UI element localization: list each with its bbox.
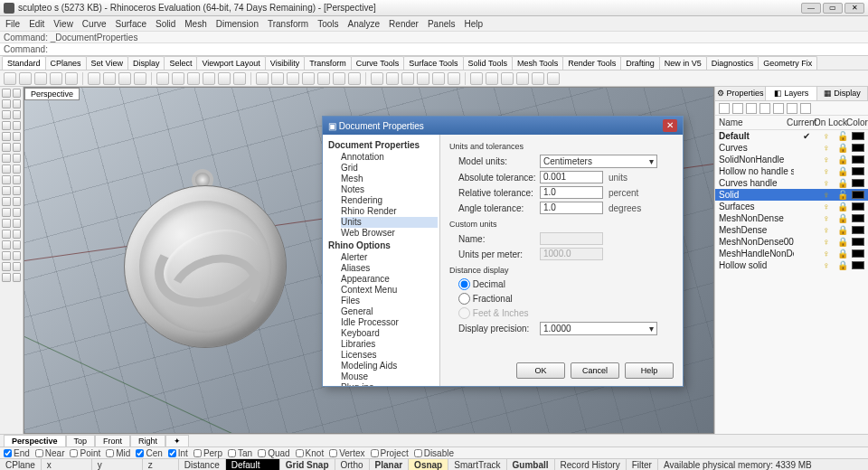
status-layer[interactable]: Default [226,459,280,470]
panel-tab-display[interactable]: ▦ Display [817,87,868,100]
model-units-select[interactable]: Centimeters▾ [540,155,657,168]
tree-item-general[interactable]: General [341,306,438,317]
menu-help[interactable]: Help [465,19,484,29]
tab-diagnostics[interactable]: Diagnostics [706,56,760,70]
tab-mesh-tools[interactable]: Mesh Tools [512,56,563,70]
layer-row[interactable]: MeshNonDense♀🔒 [715,212,868,224]
toolbar-btn-19[interactable] [317,72,330,85]
layer-delete-icon[interactable] [732,103,743,114]
ltool-11-0[interactable] [2,208,11,217]
toolbar-btn-6[interactable] [103,72,116,85]
menu-curve[interactable]: Curve [82,19,107,29]
minimize-button[interactable]: — [801,3,821,14]
toolbar-btn-13[interactable] [218,72,231,85]
toolbar-btn-1[interactable] [19,72,32,85]
layer-row[interactable]: Solid♀🔓 [715,189,868,201]
tab-drafting[interactable]: Drafting [620,56,660,70]
tree-item-rhino-render[interactable]: Rhino Render [341,206,438,217]
tree-item-annotation[interactable]: Annotation [341,152,438,163]
toolbar-btn-9[interactable] [156,72,169,85]
menu-surface[interactable]: Surface [116,19,146,29]
ang-tol-input[interactable]: 1.0 [540,202,603,214]
toolbar-btn-32[interactable] [532,72,544,85]
status-smarttrack[interactable]: SmartTrack [448,459,506,470]
panel-tab-layers[interactable]: ◧ Layers [766,87,816,100]
ltool-0-0[interactable] [2,89,11,98]
tree-item-aliases[interactable]: Aliases [341,263,438,274]
dialog-tree[interactable]: Document Properties AnnotationGridMeshNo… [323,135,440,386]
toolbar-btn-33[interactable] [547,72,560,85]
menu-dimension[interactable]: Dimension [216,19,259,29]
cancel-button[interactable]: Cancel [571,362,619,379]
ltool-17-1[interactable] [13,273,22,282]
viewport-label[interactable]: Perspective [24,88,80,100]
toolbar-btn-21[interactable] [348,72,361,85]
tree-item-modeling-aids[interactable]: Modeling Aids [341,361,438,371]
tree-item-files[interactable]: Files [341,296,438,306]
layer-row[interactable]: Hollow solid♀🔒 [715,259,868,271]
ltool-4-0[interactable] [2,132,11,141]
tab-render-tools[interactable]: Render Tools [562,56,621,70]
ltool-9-1[interactable] [13,186,22,195]
tree-item-units[interactable]: Units [341,217,438,228]
tree-item-context-menu[interactable]: Context Menu [341,285,438,296]
display-precision-select[interactable]: 1.0000▾ [540,322,657,335]
menu-view[interactable]: View [53,19,73,29]
status-record[interactable]: Record History [555,459,627,470]
toolbar-btn-5[interactable] [88,72,100,85]
toolbar-btn-11[interactable] [187,72,200,85]
tree-item-web-browser[interactable]: Web Browser [341,228,438,239]
ltool-0-1[interactable] [13,89,22,98]
menu-tools[interactable]: Tools [317,19,338,29]
ltool-8-1[interactable] [13,175,22,184]
dialog-titlebar[interactable]: ▣ Document Properties ✕ [323,117,683,135]
tab-curve-tools[interactable]: Curve Tools [351,56,404,70]
ltool-2-0[interactable] [2,110,11,119]
vtab-front[interactable]: Front [95,435,130,447]
dd-fractional-radio[interactable] [458,293,470,305]
toolbar-btn-28[interactable] [470,72,483,85]
ltool-10-0[interactable] [2,197,11,206]
toolbar-btn-2[interactable] [34,72,47,85]
abs-tol-input[interactable]: 0.001 [540,171,603,183]
ltool-3-1[interactable] [13,121,22,130]
tab-cplanes[interactable]: CPlanes [45,56,87,70]
ltool-8-0[interactable] [2,175,11,184]
layer-down-icon[interactable] [760,103,770,114]
osnap-end[interactable]: End [4,448,30,458]
osnap-disable[interactable]: Disable [414,448,454,458]
toolbar-btn-14[interactable] [233,72,246,85]
menu-panels[interactable]: Panels [428,19,456,29]
tab-solid-tools[interactable]: Solid Tools [463,56,513,70]
ltool-9-0[interactable] [2,186,11,195]
toolbar-btn-29[interactable] [486,72,498,85]
toolbar-btn-25[interactable] [417,72,429,85]
layer-row[interactable]: SolidNonHandle♀🔒 [715,154,868,165]
tab-display[interactable]: Display [127,56,165,70]
osnap-quad[interactable]: Quad [258,448,289,458]
layer-row[interactable]: Curves handle♀🔒 [715,177,868,189]
ltool-6-0[interactable] [2,154,11,163]
toolbar-btn-18[interactable] [302,72,315,85]
vtab-perspective[interactable]: Perspective [4,435,66,447]
maximize-button[interactable]: ▭ [823,3,843,14]
rel-tol-input[interactable]: 1.0 [540,186,603,199]
tab-surface-tools[interactable]: Surface Tools [403,56,463,70]
ltool-15-1[interactable] [13,251,22,260]
tab-geometry-fix[interactable]: Geometry Fix [758,56,817,70]
osnap-knot[interactable]: Knot [296,448,325,458]
layer-row[interactable]: Surfaces♀🔒 [715,201,868,212]
ltool-13-1[interactable] [13,230,22,239]
toolbar-btn-30[interactable] [501,72,514,85]
layer-new-icon[interactable] [719,103,730,114]
toolbar-btn-24[interactable] [401,72,414,85]
layer-row[interactable]: Default✔♀🔓 [715,130,868,142]
ltool-17-0[interactable] [2,273,11,282]
tree-item-notes[interactable]: Notes [341,184,438,195]
tree-item-mesh[interactable]: Mesh [341,174,438,184]
tree-item-keyboard[interactable]: Keyboard [341,328,438,339]
tab-viewport-layout[interactable]: Viewport Layout [196,56,265,70]
osnap-perp[interactable]: Perp [193,448,222,458]
ltool-5-1[interactable] [13,143,22,152]
menu-file[interactable]: File [5,19,20,29]
